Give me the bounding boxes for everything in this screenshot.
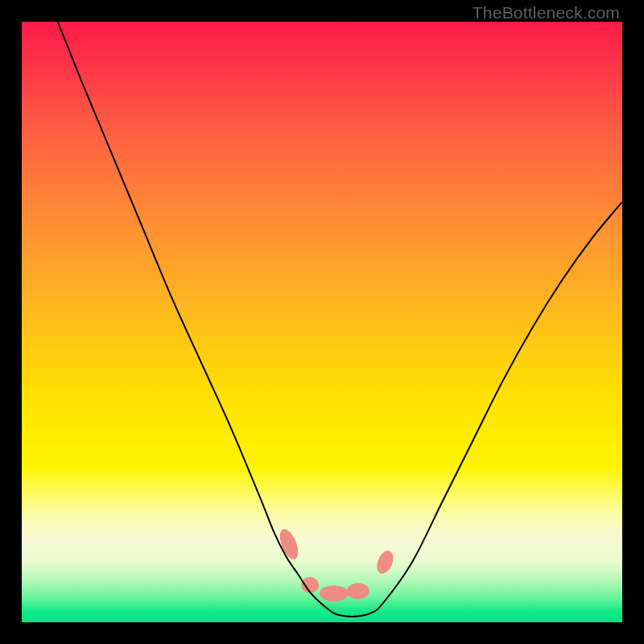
plot-area (22, 22, 622, 622)
watermark-text: TheBottleneck.com (473, 3, 620, 23)
curve-markers-group (276, 526, 396, 601)
curve-layer (22, 22, 622, 622)
marker-floor-b (320, 585, 349, 601)
chart-frame: TheBottleneck.com (0, 0, 644, 644)
marker-right (374, 548, 396, 576)
marker-floor-c (347, 583, 369, 599)
bottleneck-curve (58, 22, 622, 617)
marker-floor-a (301, 577, 319, 593)
